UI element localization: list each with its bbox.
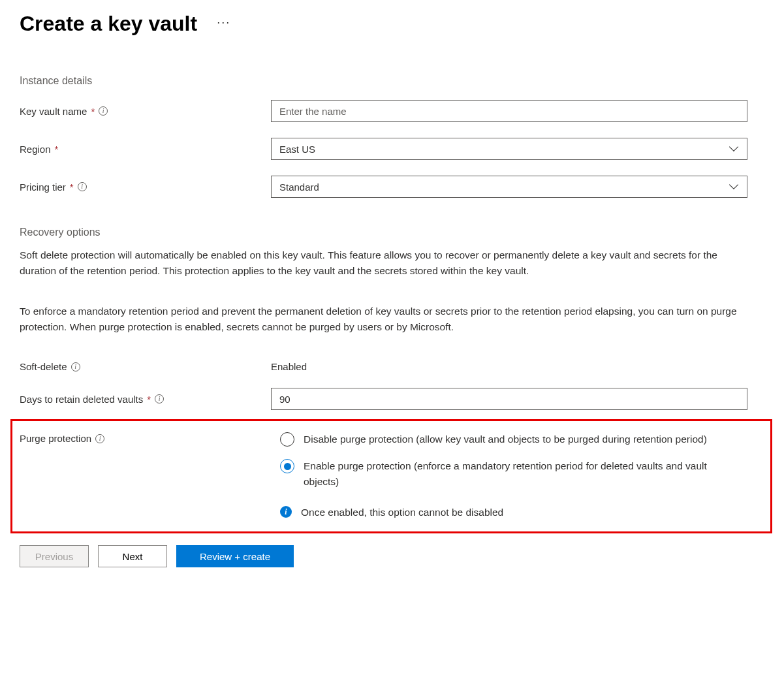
required-indicator: * <box>147 394 151 405</box>
instance-details-heading: Instance details <box>20 75 764 87</box>
purge-protection-row: Purge protection i Disable purge protect… <box>20 432 763 520</box>
recovery-description-1: Soft delete protection will automaticall… <box>20 247 754 279</box>
region-value: East US <box>279 144 315 155</box>
previous-button: Previous <box>20 545 89 567</box>
pricing-tier-label: Pricing tier <box>20 181 66 193</box>
required-indicator: * <box>91 106 95 117</box>
info-icon[interactable]: i <box>155 394 164 403</box>
pricing-tier-value: Standard <box>279 181 319 193</box>
info-solid-icon: i <box>280 506 292 518</box>
purge-disable-option[interactable]: Disable purge protection (allow key vaul… <box>280 432 757 447</box>
soft-delete-row: Soft-delete i Enabled <box>20 361 764 372</box>
days-retain-row: Days to retain deleted vaults * i <box>20 388 764 410</box>
days-retain-label: Days to retain deleted vaults <box>20 394 143 405</box>
purge-enable-label: Enable purge protection (enforce a manda… <box>304 458 734 489</box>
required-indicator: * <box>70 181 74 193</box>
chevron-down-icon <box>730 182 739 191</box>
soft-delete-value: Enabled <box>271 361 307 372</box>
purge-note-row: i Once enabled, this option cannot be di… <box>280 505 757 520</box>
recovery-options-heading: Recovery options <box>20 227 764 238</box>
region-label: Region <box>20 144 51 155</box>
review-create-button[interactable]: Review + create <box>176 545 294 567</box>
page-header: Create a key vault ··· <box>20 12 764 36</box>
next-button[interactable]: Next <box>98 545 167 567</box>
purge-note-text: Once enabled, this option cannot be disa… <box>301 505 503 520</box>
radio-unselected-icon <box>280 432 294 447</box>
pricing-tier-select[interactable]: Standard <box>271 176 747 198</box>
days-retain-input[interactable] <box>271 388 747 410</box>
key-vault-name-row: Key vault name * i <box>20 100 764 122</box>
purge-disable-label: Disable purge protection (allow key vaul… <box>304 432 707 447</box>
purge-protection-radio-group: Disable purge protection (allow key vaul… <box>280 432 757 489</box>
region-select[interactable]: East US <box>271 138 747 160</box>
recovery-options-section: Recovery options Soft delete protection … <box>20 227 764 533</box>
purge-enable-option[interactable]: Enable purge protection (enforce a manda… <box>280 458 757 489</box>
key-vault-name-label: Key vault name <box>20 106 87 117</box>
footer-buttons: Previous Next Review + create <box>20 545 764 567</box>
instance-details-section: Instance details Key vault name * i Regi… <box>20 75 764 198</box>
info-icon[interactable]: i <box>78 182 87 191</box>
chevron-down-icon <box>730 144 739 153</box>
radio-selected-icon <box>280 459 294 473</box>
key-vault-name-input[interactable] <box>271 100 747 122</box>
purge-protection-label: Purge protection <box>20 433 91 444</box>
info-icon[interactable]: i <box>99 106 108 116</box>
info-icon[interactable]: i <box>71 362 80 371</box>
soft-delete-label: Soft-delete <box>20 361 67 372</box>
required-indicator: * <box>55 144 59 155</box>
region-row: Region * East US <box>20 138 764 160</box>
info-icon[interactable]: i <box>95 434 104 443</box>
page-title: Create a key vault <box>20 12 197 36</box>
recovery-description-2: To enforce a mandatory retention period … <box>20 304 754 335</box>
purge-protection-highlight: Purge protection i Disable purge protect… <box>10 419 772 533</box>
more-options-icon[interactable]: ··· <box>217 16 230 32</box>
pricing-tier-row: Pricing tier * i Standard <box>20 176 764 198</box>
